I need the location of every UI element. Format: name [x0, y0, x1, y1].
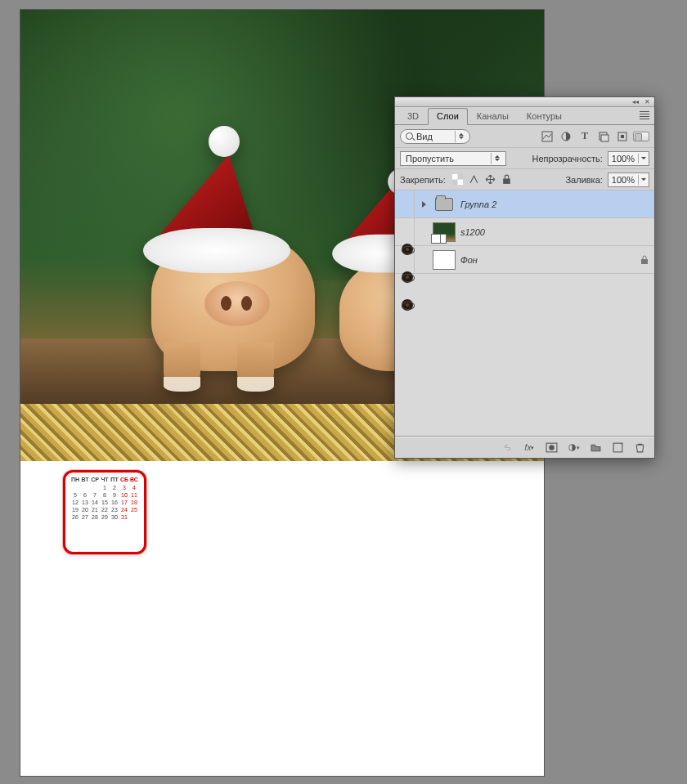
- filter-toggle[interactable]: [633, 132, 649, 141]
- tab-paths[interactable]: Контуры: [518, 108, 571, 124]
- tab-layers[interactable]: Слои: [428, 108, 468, 125]
- svg-rect-5: [621, 135, 624, 138]
- svg-rect-8: [457, 180, 463, 186]
- lock-transparency-icon[interactable]: [452, 174, 463, 185]
- layer-row[interactable]: Фон: [395, 246, 654, 274]
- svg-rect-7: [452, 174, 458, 180]
- layer-thumb-solid: [433, 250, 456, 270]
- layers-list: Группа 2 s1200 Фон: [395, 190, 654, 437]
- layer-fx-button[interactable]: fx▾: [523, 441, 536, 454]
- filter-shape-icon[interactable]: [598, 131, 609, 142]
- panel-titlebar: ◂◂ ✕: [395, 97, 654, 107]
- opacity-label: Непрозрачность:: [532, 154, 602, 164]
- new-adjustment-icon[interactable]: ▾: [568, 441, 580, 454]
- layer-thumb-image: [433, 222, 456, 242]
- calendar-widget[interactable]: ПН ВТ СР ЧТ ПТ СБ ВС 1234 567891011 1213…: [63, 470, 146, 554]
- layer-name[interactable]: Фон: [460, 255, 478, 265]
- filter-type-icon[interactable]: T: [579, 131, 590, 142]
- tab-channels[interactable]: Каналы: [468, 108, 518, 124]
- layer-filter-row: Вид T: [395, 125, 654, 148]
- opacity-input[interactable]: 100%: [608, 151, 649, 166]
- layer-row[interactable]: Группа 2: [395, 190, 654, 218]
- delete-layer-icon[interactable]: [634, 441, 646, 454]
- svg-rect-14: [613, 443, 622, 452]
- close-icon[interactable]: ✕: [644, 98, 651, 105]
- filter-pixel-icon[interactable]: [541, 131, 553, 142]
- visibility-toggle-icon[interactable]: [402, 244, 413, 255]
- add-mask-icon[interactable]: [546, 441, 558, 454]
- new-group-icon[interactable]: [590, 441, 602, 454]
- lock-pixels-icon[interactable]: [469, 174, 479, 185]
- lock-row: Закрепить: Заливка: 100%: [395, 169, 654, 190]
- lock-icon: [640, 255, 649, 265]
- fill-input[interactable]: 100%: [608, 172, 649, 187]
- blend-mode-select[interactable]: Пропустить: [400, 151, 506, 166]
- collapse-icon[interactable]: ◂◂: [631, 98, 639, 105]
- layers-panel: ◂◂ ✕ 3D Слои Каналы Контуры Вид T Пропус…: [394, 96, 655, 459]
- panel-tabs: 3D Слои Каналы Контуры: [395, 107, 654, 125]
- tab-3d[interactable]: 3D: [398, 108, 428, 124]
- search-icon: [406, 132, 413, 140]
- svg-point-12: [549, 445, 554, 450]
- filter-type-select[interactable]: Вид: [400, 129, 470, 144]
- layer-thumb-folder: [433, 195, 456, 214]
- lock-label: Закрепить:: [400, 175, 446, 185]
- svg-rect-0: [542, 132, 552, 141]
- filter-adjust-icon[interactable]: [560, 131, 572, 142]
- fill-value: 100%: [608, 175, 639, 185]
- lock-position-icon[interactable]: [485, 174, 496, 185]
- svg-rect-10: [641, 259, 648, 264]
- layer-name[interactable]: s1200: [460, 227, 485, 237]
- svg-rect-3: [601, 135, 608, 141]
- link-layers-icon: [501, 441, 514, 454]
- filter-type-label: Вид: [416, 132, 433, 141]
- lock-all-icon[interactable]: [501, 174, 512, 185]
- calendar-header-row: ПН ВТ СР ЧТ ПТ СБ ВС: [70, 477, 139, 482]
- opacity-value: 100%: [608, 154, 639, 164]
- expand-group-icon[interactable]: [420, 201, 428, 208]
- layer-row[interactable]: s1200: [395, 218, 654, 246]
- fill-label: Заливка:: [565, 175, 602, 185]
- panel-footer: fx▾ ▾: [395, 437, 654, 458]
- layer-name[interactable]: Группа 2: [460, 199, 496, 209]
- new-layer-icon[interactable]: [612, 441, 624, 454]
- blend-row: Пропустить Непрозрачность: 100%: [395, 148, 654, 169]
- panel-menu-icon[interactable]: [638, 110, 651, 121]
- visibility-toggle-icon[interactable]: [402, 271, 413, 283]
- filter-smart-icon[interactable]: [617, 131, 628, 142]
- svg-rect-9: [503, 178, 510, 184]
- visibility-toggle-icon[interactable]: [402, 299, 413, 311]
- blend-mode-label: Пропустить: [406, 154, 487, 164]
